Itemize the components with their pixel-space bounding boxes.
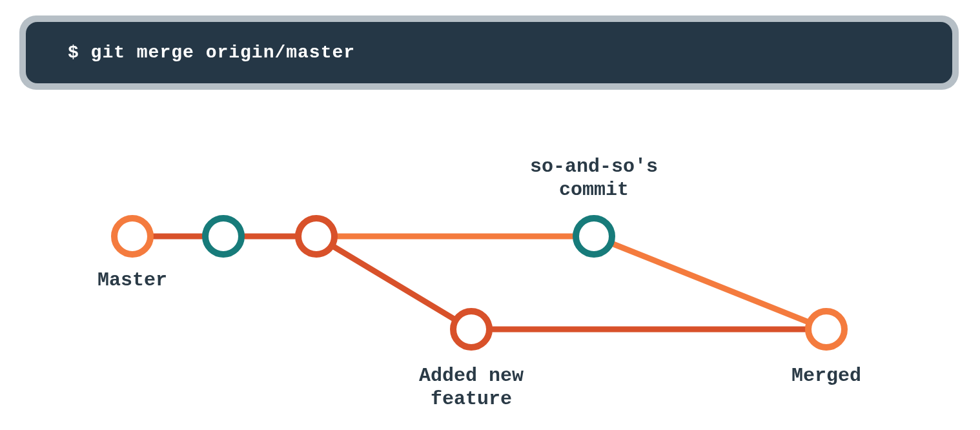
- diagram-svg: MasterAdded newfeatureso-and-so'scommitM…: [0, 110, 980, 430]
- node-label-remote: so-and-so'scommit: [530, 156, 658, 201]
- page-root: $ git merge origin/master MasterAdded ne…: [0, 0, 980, 430]
- terminal-frame: $ git merge origin/master: [19, 15, 959, 90]
- commit-node-feature: [453, 311, 489, 347]
- terminal: $ git merge origin/master: [26, 22, 952, 83]
- edge-remote-merged: [613, 244, 808, 322]
- commit-node-remote: [576, 218, 612, 254]
- commit-node-master: [114, 218, 150, 254]
- node-label-master: Master: [97, 269, 167, 291]
- node-label-feature: Added newfeature: [419, 365, 524, 410]
- node-label-merged: Merged: [791, 365, 861, 387]
- git-merge-diagram: MasterAdded newfeatureso-and-so'scommitM…: [0, 110, 980, 430]
- edge-c3-feature: [334, 247, 454, 319]
- commit-node-c3: [298, 218, 334, 254]
- terminal-command: $ git merge origin/master: [68, 43, 355, 63]
- commit-node-c2: [205, 218, 241, 254]
- commit-node-merged: [808, 311, 844, 347]
